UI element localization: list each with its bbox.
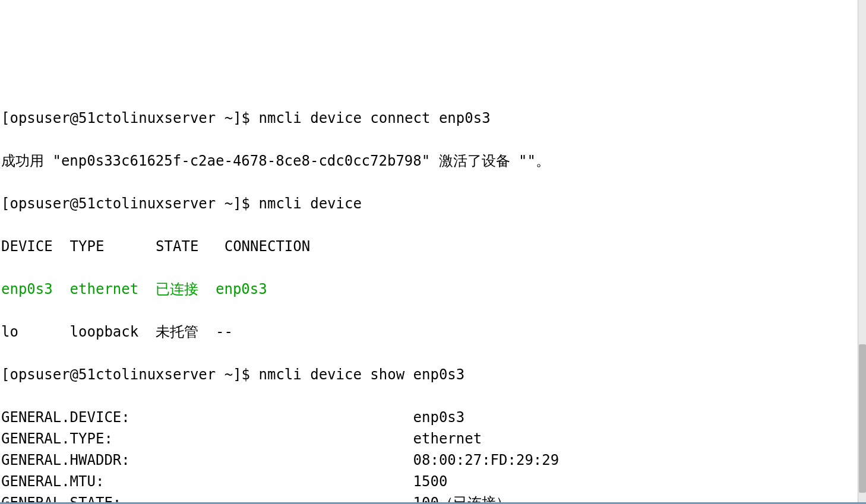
command-text: nmcli device connect enp0s3 bbox=[258, 110, 490, 126]
device-table-row-lo: lo loopback 未托管 -- bbox=[1, 321, 865, 343]
scrollbar-thumb[interactable] bbox=[859, 344, 866, 493]
terminal-output[interactable]: [opsuser@51ctolinuxserver ~]$ nmcli devi… bbox=[1, 86, 865, 504]
prompt-line-3: [opsuser@51ctolinuxserver ~]$ nmcli devi… bbox=[1, 364, 865, 385]
command-text: nmcli device bbox=[258, 195, 361, 212]
prompt-line-1: [opsuser@51ctolinuxserver ~]$ nmcli devi… bbox=[1, 107, 865, 129]
shell-prompt: [opsuser@51ctolinuxserver ~]$ bbox=[1, 366, 258, 383]
shell-prompt: [opsuser@51ctolinuxserver ~]$ bbox=[1, 110, 258, 126]
prompt-line-2: [opsuser@51ctolinuxserver ~]$ nmcli devi… bbox=[1, 193, 865, 214]
output-line-activation: 成功用 "enp0s33c61625f-c2ae-4678-8ce8-cdc0c… bbox=[1, 150, 865, 172]
device-table-header: DEVICE TYPE STATE CONNECTION bbox=[1, 236, 865, 257]
shell-prompt: [opsuser@51ctolinuxserver ~]$ bbox=[1, 195, 258, 212]
scrollbar-track[interactable] bbox=[858, 0, 866, 504]
device-table-row-enp0s3: enp0s3 ethernet 已连接 enp0s3 bbox=[1, 278, 865, 300]
device-details: GENERAL.DEVICE: enp0s3 GENERAL.TYPE: eth… bbox=[1, 407, 865, 504]
command-text: nmcli device show enp0s3 bbox=[258, 366, 464, 383]
